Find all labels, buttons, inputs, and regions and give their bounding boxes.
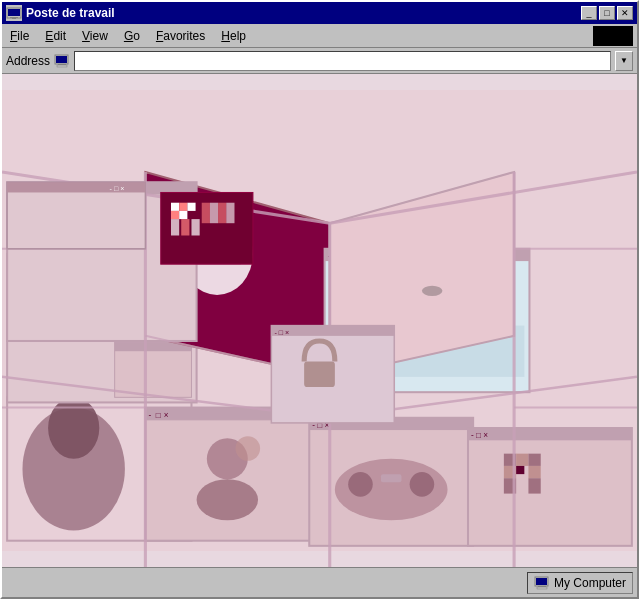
svg-text:-  □  ×: - □ × bbox=[471, 431, 488, 440]
svg-rect-90 bbox=[179, 211, 187, 219]
menu-view[interactable]: View bbox=[74, 27, 116, 45]
maximize-button[interactable]: □ bbox=[599, 6, 615, 20]
svg-rect-96 bbox=[218, 203, 226, 223]
svg-text:×: × bbox=[164, 411, 169, 420]
svg-rect-29 bbox=[468, 428, 632, 440]
address-bar: Address ▼ bbox=[2, 48, 637, 74]
main-window: Poste de travail _ □ ✕ File Edit View Go… bbox=[0, 0, 639, 599]
close-button[interactable]: ✕ bbox=[617, 6, 633, 20]
status-my-computer: My Computer bbox=[527, 572, 633, 594]
status-computer-icon bbox=[534, 575, 550, 591]
svg-rect-2 bbox=[10, 17, 18, 18]
menu-favorites[interactable]: Favorites bbox=[148, 27, 213, 45]
svg-rect-5 bbox=[56, 56, 67, 63]
svg-rect-28 bbox=[468, 428, 632, 546]
svg-rect-87 bbox=[179, 203, 187, 211]
svg-rect-105 bbox=[537, 587, 547, 589]
address-label: Address bbox=[6, 54, 50, 68]
content-area: - □ × - □ × - □ × bbox=[2, 74, 637, 567]
title-buttons: _ □ ✕ bbox=[581, 6, 633, 20]
svg-rect-89 bbox=[171, 211, 179, 219]
svg-rect-82 bbox=[271, 326, 394, 336]
svg-rect-1 bbox=[8, 9, 20, 16]
menu-bar-logo bbox=[593, 26, 633, 46]
svg-rect-92 bbox=[181, 219, 189, 235]
svg-rect-38 bbox=[528, 478, 540, 493]
svg-rect-36 bbox=[528, 466, 540, 478]
cube-artwork: - □ × - □ × - □ × bbox=[2, 74, 637, 567]
svg-rect-7 bbox=[57, 65, 67, 67]
menu-bar-items: File Edit View Go Favorites Help bbox=[2, 27, 593, 45]
svg-point-26 bbox=[410, 472, 435, 497]
address-computer-icon bbox=[54, 53, 70, 69]
svg-point-25 bbox=[348, 472, 373, 497]
svg-text:-: - bbox=[148, 411, 151, 420]
svg-rect-93 bbox=[191, 219, 199, 235]
title-bar: Poste de travail _ □ ✕ bbox=[2, 2, 637, 24]
title-bar-left: Poste de travail bbox=[6, 5, 115, 21]
window-title: Poste de travail bbox=[26, 6, 115, 20]
menu-go[interactable]: Go bbox=[116, 27, 148, 45]
svg-text:-  □  ×: - □ × bbox=[274, 329, 289, 337]
svg-point-101 bbox=[422, 286, 442, 296]
menu-file[interactable]: File bbox=[2, 27, 37, 45]
svg-rect-3 bbox=[12, 18, 16, 19]
address-input-box[interactable] bbox=[74, 51, 611, 71]
minimize-button[interactable]: _ bbox=[581, 6, 597, 20]
svg-rect-91 bbox=[171, 219, 179, 235]
svg-text:- □ ×: - □ × bbox=[110, 185, 125, 193]
svg-rect-79 bbox=[7, 182, 145, 192]
svg-text:□: □ bbox=[156, 411, 161, 420]
svg-rect-95 bbox=[210, 203, 218, 223]
svg-rect-33 bbox=[528, 454, 540, 466]
svg-point-19 bbox=[197, 479, 258, 520]
status-label: My Computer bbox=[554, 576, 626, 590]
svg-rect-94 bbox=[202, 203, 210, 223]
svg-rect-27 bbox=[381, 474, 401, 482]
svg-rect-103 bbox=[536, 578, 547, 585]
svg-point-20 bbox=[236, 436, 261, 461]
svg-rect-86 bbox=[171, 203, 179, 211]
menu-help[interactable]: Help bbox=[213, 27, 254, 45]
svg-rect-32 bbox=[516, 454, 528, 466]
svg-rect-88 bbox=[187, 203, 195, 211]
window-icon bbox=[6, 5, 22, 21]
address-dropdown-button[interactable]: ▼ bbox=[615, 51, 633, 71]
menu-bar: File Edit View Go Favorites Help bbox=[2, 24, 637, 48]
svg-rect-97 bbox=[226, 203, 234, 223]
menu-edit[interactable]: Edit bbox=[37, 27, 74, 45]
status-bar: My Computer bbox=[2, 567, 637, 597]
svg-rect-35 bbox=[516, 466, 524, 474]
svg-rect-84 bbox=[304, 361, 335, 387]
